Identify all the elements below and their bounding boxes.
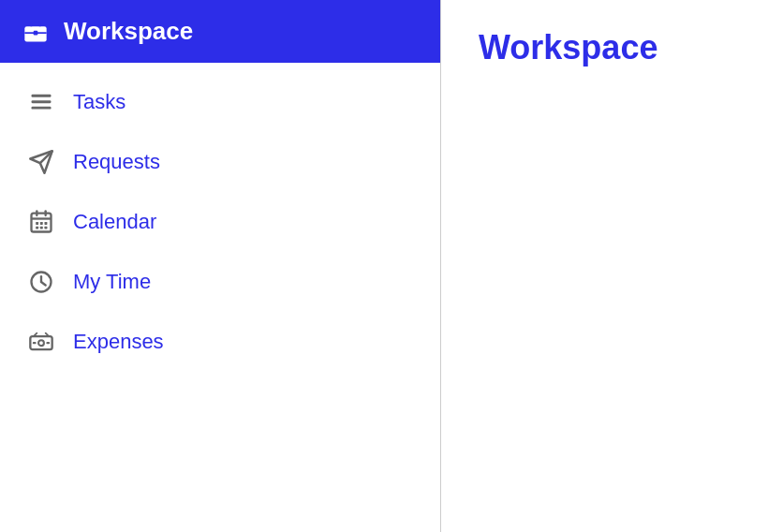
svg-rect-2 — [34, 30, 38, 35]
svg-rect-14 — [40, 227, 43, 229]
svg-rect-4 — [32, 100, 52, 103]
sidebar-header-label: Workspace — [64, 17, 193, 46]
svg-rect-12 — [45, 222, 48, 225]
sidebar-item-my-time-label: My Time — [73, 270, 151, 294]
sidebar-item-calendar-label: Calendar — [73, 210, 156, 234]
sidebar-item-expenses[interactable]: Expenses — [0, 312, 440, 372]
sidebar: Workspace Tasks Requests — [0, 0, 440, 532]
sidebar-item-requests-label: Requests — [73, 150, 160, 174]
sidebar-item-tasks-label: Tasks — [73, 90, 126, 114]
sidebar-item-my-time[interactable]: My Time — [0, 252, 440, 312]
clock-icon — [26, 269, 56, 295]
svg-rect-13 — [36, 227, 38, 229]
page-title: Workspace — [479, 28, 731, 67]
svg-rect-15 — [45, 227, 48, 229]
sidebar-header[interactable]: Workspace — [0, 0, 440, 63]
svg-rect-5 — [32, 107, 52, 110]
sidebar-nav: Tasks Requests — [0, 63, 440, 372]
expenses-icon — [26, 329, 56, 355]
calendar-icon — [26, 209, 56, 235]
sidebar-item-requests[interactable]: Requests — [0, 132, 440, 192]
main-content: Workspace — [441, 0, 768, 532]
svg-rect-3 — [32, 95, 52, 97]
svg-rect-10 — [36, 222, 38, 225]
svg-line-18 — [41, 282, 46, 286]
svg-point-20 — [38, 340, 44, 346]
tasks-icon — [26, 89, 56, 115]
sidebar-item-calendar[interactable]: Calendar — [0, 192, 440, 252]
svg-rect-11 — [40, 222, 43, 225]
sidebar-item-tasks[interactable]: Tasks — [0, 72, 440, 132]
requests-icon — [26, 149, 56, 175]
workspace-icon — [22, 19, 49, 45]
sidebar-item-expenses-label: Expenses — [73, 330, 164, 354]
